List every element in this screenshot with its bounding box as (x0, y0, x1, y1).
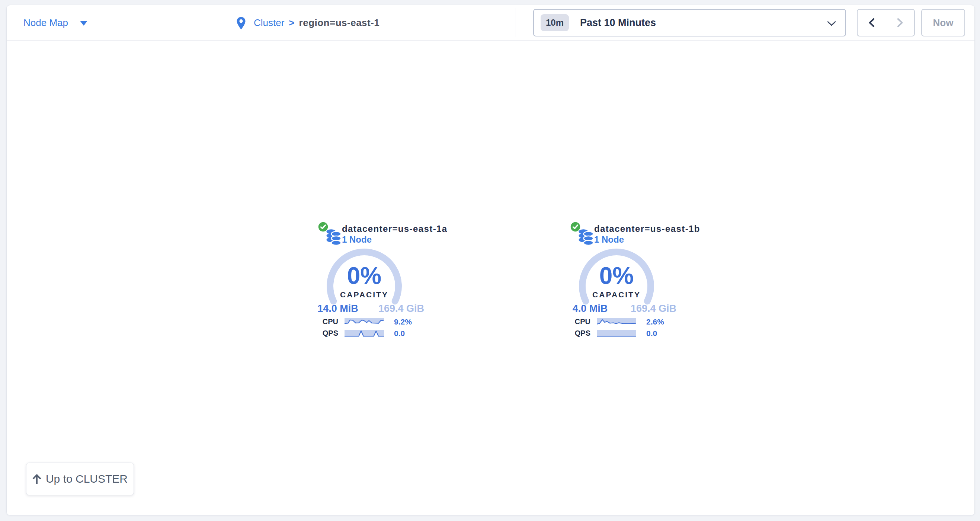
datacenter-node-count: 1 Node (594, 234, 700, 245)
view-selector-dropdown[interactable]: Node Map (24, 5, 88, 40)
capacity-percent: 0% (557, 262, 676, 290)
qps-value: 0.0 (394, 330, 405, 337)
time-range-dropdown[interactable]: 10m Past 10 Minutes (533, 9, 846, 37)
node-map-canvas: datacenter=us-east-1a 1 Node 0% CAPACITY… (7, 41, 974, 515)
qps-label: QPS (305, 330, 338, 337)
up-to-cluster-label: Up to CLUSTER (46, 473, 127, 485)
capacity-total-value: 169.4 GiB (631, 303, 675, 314)
cpu-label: CPU (305, 318, 338, 325)
time-nav-arrows (857, 9, 915, 37)
view-selector-label: Node Map (24, 17, 68, 29)
chevron-left-icon (869, 18, 874, 27)
breadcrumb-separator: > (289, 17, 294, 29)
datacenter-header: datacenter=us-east-1a 1 Node (342, 223, 448, 245)
database-stack-icon (326, 228, 341, 245)
breadcrumb-cluster-link[interactable]: Cluster (254, 17, 284, 29)
datacenter-header: datacenter=us-east-1b 1 Node (594, 223, 700, 245)
database-stack-icon (579, 228, 593, 245)
breadcrumb: Cluster > region=us-east-1 (237, 5, 380, 40)
datacenter-title: datacenter=us-east-1a (342, 223, 448, 234)
capacity-label: CAPACITY (305, 290, 424, 299)
qps-sparkline (597, 330, 636, 337)
caret-down-icon (80, 21, 88, 25)
breadcrumb-current-locality: region=us-east-1 (299, 17, 380, 29)
datacenter-node-count: 1 Node (342, 234, 448, 245)
qps-sparkline (345, 330, 384, 337)
capacity-percent: 0% (305, 262, 424, 290)
time-range-label: Past 10 Minutes (580, 17, 656, 29)
chevron-right-icon (897, 18, 903, 27)
header-divider (515, 8, 516, 37)
location-pin-icon (237, 17, 245, 30)
cpu-value: 2.6% (646, 318, 664, 325)
node-map-panel: Node Map Cluster > region=us-east-1 10m … (6, 5, 975, 515)
arrow-up-icon (32, 474, 41, 484)
header-bar: Node Map Cluster > region=us-east-1 10m … (7, 5, 974, 41)
cpu-value: 9.2% (394, 318, 412, 325)
datacenter-card-us-east-1a[interactable]: datacenter=us-east-1a 1 Node 0% CAPACITY… (305, 218, 424, 341)
capacity-used-value: 4.0 MiB (568, 303, 612, 314)
capacity-label: CAPACITY (557, 290, 676, 299)
qps-value: 0.0 (646, 330, 657, 337)
cpu-label: CPU (557, 318, 590, 325)
time-range-badge: 10m (541, 14, 569, 31)
cpu-sparkline (597, 318, 636, 325)
chevron-down-icon (827, 21, 836, 26)
time-next-button[interactable] (886, 10, 915, 36)
qps-label: QPS (557, 330, 590, 337)
datacenter-title: datacenter=us-east-1b (594, 223, 700, 234)
time-prev-button[interactable] (858, 10, 886, 36)
capacity-total-value: 169.4 GiB (379, 303, 423, 314)
capacity-used-value: 14.0 MiB (315, 303, 360, 314)
cpu-sparkline (345, 318, 384, 325)
now-button[interactable]: Now (921, 9, 965, 37)
up-to-cluster-button[interactable]: Up to CLUSTER (26, 462, 134, 496)
datacenter-card-us-east-1b[interactable]: datacenter=us-east-1b 1 Node 0% CAPACITY… (557, 218, 676, 341)
